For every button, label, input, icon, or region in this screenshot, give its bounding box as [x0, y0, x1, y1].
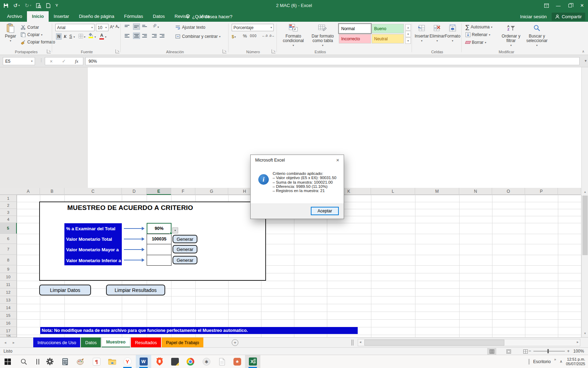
sheet-tab-resultados[interactable]: Resultados	[131, 338, 161, 348]
clipboard-dialog-launcher[interactable]: ↘	[47, 49, 51, 53]
formula-input[interactable]: 90%	[85, 57, 580, 65]
column-header-B[interactable]: B	[40, 188, 64, 195]
taskbar-app-chrome[interactable]	[183, 355, 198, 368]
taskbar-app-sticky-notes[interactable]	[167, 355, 183, 368]
taskbar-app-yandex-browser[interactable]: Y	[120, 355, 135, 368]
row-header-6[interactable]: 6	[0, 234, 17, 244]
italic-button[interactable]: K	[63, 33, 68, 40]
row-header-12[interactable]: 12	[0, 288, 17, 296]
cell-style-bueno[interactable]: Bueno	[372, 24, 404, 33]
sort-filter-button[interactable]: AZ Ordenar y filtrar ▾	[499, 22, 523, 48]
taskbar-app-word[interactable]: W	[136, 355, 151, 368]
ribbon-tab-dise-o-de-p-gina[interactable]: Diseño de página	[74, 11, 119, 22]
row-header-11[interactable]: 11	[0, 281, 17, 288]
tell-me-box[interactable]: ¿Qué desea hacer?	[186, 11, 232, 22]
cell-style-normal[interactable]: Normal	[339, 24, 371, 33]
clear-button[interactable]: Borrar ▾	[465, 39, 486, 46]
underline-button[interactable]: S	[68, 33, 73, 40]
close-button[interactable]: ×	[576, 0, 588, 11]
format-cells-button[interactable]: Formato ▾	[445, 22, 460, 43]
scroll-down-icon[interactable]: ▾	[582, 330, 588, 336]
bold-button[interactable]: N	[56, 33, 62, 40]
font-color-dropdown[interactable]: ▾	[105, 35, 106, 39]
ribbon-tab-f-rmulas[interactable]: Fórmulas	[119, 11, 148, 22]
gallery-up-arrow[interactable]: ▴	[405, 24, 411, 30]
desktop-toolbar-label[interactable]: Escritorio	[533, 359, 551, 364]
zoom-out-icon[interactable]: −	[528, 348, 531, 354]
align-right-button[interactable]	[142, 33, 147, 38]
accounting-format-button[interactable]: $▾	[232, 33, 236, 40]
row-header-3[interactable]: 3	[0, 209, 17, 216]
grow-font-button[interactable]: A▴	[110, 25, 114, 29]
alignment-dialog-launcher[interactable]: ↘	[223, 49, 226, 53]
generate-button-2[interactable]: Generar	[173, 235, 197, 243]
clock[interactable]: 12:51 p.m. 05/07/2025	[566, 357, 585, 366]
align-bottom-button[interactable]	[142, 24, 147, 28]
horizontal-scroll-thumb[interactable]	[364, 340, 504, 346]
percent-style-button[interactable]: %	[243, 33, 247, 39]
zoom-slider-thumb[interactable]	[547, 349, 549, 353]
cut-button[interactable]: Cortar	[20, 24, 39, 31]
column-header-N[interactable]: N	[459, 188, 492, 195]
row-header-10[interactable]: 10	[0, 273, 17, 281]
font-dialog-launcher[interactable]: ↘	[115, 49, 119, 53]
paste-button[interactable]: Pegar ▾	[3, 22, 18, 43]
row-header-7[interactable]: 7	[0, 244, 17, 255]
column-header-E[interactable]: E	[147, 188, 171, 195]
formula-bar-expand-icon[interactable]: ▾	[584, 59, 587, 63]
horizontal-scrollbar[interactable]: ◂ ▸	[358, 339, 580, 346]
autosum-button[interactable]: ∑ Autosuma ▾	[465, 23, 492, 30]
font-color-button[interactable]: A	[99, 33, 104, 40]
cell-style-neutral[interactable]: Neutral	[372, 34, 404, 43]
format-as-table-button[interactable]: Dar formato como tabla ▾	[309, 22, 337, 48]
fill-color-dropdown[interactable]: ▾	[94, 35, 96, 39]
row-header-2[interactable]: 2	[0, 202, 17, 209]
share-button[interactable]: Compartir	[552, 13, 585, 21]
align-left-button[interactable]	[125, 33, 130, 38]
delete-cells-button[interactable]: Eliminar ▾	[430, 22, 444, 43]
confirm-entry-icon[interactable]: ✓	[62, 59, 66, 64]
name-box-splitter[interactable]: ⋮	[39, 58, 43, 63]
fill-color-button[interactable]	[88, 33, 93, 38]
zoom-in-icon[interactable]: +	[567, 348, 570, 354]
hscroll-right-icon[interactable]: ▸	[577, 340, 579, 344]
row-header-9[interactable]: 9	[0, 265, 17, 273]
font-family-select[interactable]: Arial▾	[55, 24, 94, 31]
collapse-ribbon-button[interactable]: ∧	[582, 49, 584, 53]
sheet-tab-muestreo[interactable]: Muestreo	[102, 338, 130, 348]
column-header-P[interactable]: P	[525, 188, 558, 195]
new-sheet-button[interactable]: +	[232, 339, 238, 346]
ribbon-tab-archivo[interactable]: Archivo	[2, 11, 27, 22]
normal-view-button[interactable]	[487, 348, 496, 355]
sheet-tab-papel-de-trabajo[interactable]: Papel de Trabajo	[162, 338, 203, 348]
taskbar-app-chatgpt[interactable]: ∗	[199, 355, 214, 368]
align-center-button[interactable]	[133, 33, 140, 39]
copy-button[interactable]: Copiar ▾	[20, 31, 42, 38]
column-header-A[interactable]: A	[17, 188, 40, 195]
ribbon-display-options-button[interactable]	[540, 0, 552, 11]
align-middle-button[interactable]	[133, 23, 140, 30]
clear-button-2[interactable]: Limpiar Resultados	[106, 285, 165, 295]
decrease-decimal-button[interactable]: .0→	[269, 34, 275, 38]
column-header-L[interactable]: L	[371, 188, 415, 195]
row-header-5[interactable]: 5	[0, 223, 17, 234]
hidden-icons-chevron[interactable]: ∧	[560, 359, 562, 364]
row-header-14[interactable]: 14	[0, 304, 17, 312]
taskbar-app-excel[interactable]: X	[245, 355, 260, 368]
row-header-15[interactable]: 15	[0, 312, 17, 319]
orientation-button[interactable]: ab	[152, 23, 158, 28]
increase-decimal-button[interactable]: ←.0	[262, 34, 268, 38]
row-header-17[interactable]: 17	[0, 327, 17, 335]
accept-button[interactable]: Aceptar	[311, 207, 339, 215]
orientation-dropdown[interactable]: ▾	[158, 26, 159, 29]
gallery-down-arrow[interactable]: ▾	[405, 31, 411, 37]
merge-center-button[interactable]: Combinar y centrar ▾	[175, 33, 220, 40]
row-header-16[interactable]: 16	[0, 319, 17, 327]
conditional-formatting-button[interactable]: ≠ Formato condicional ▾	[279, 22, 307, 48]
form-input-cell-3[interactable]	[147, 244, 172, 255]
vertical-scroll-thumb[interactable]	[582, 196, 588, 255]
column-header-F[interactable]: F	[171, 188, 195, 195]
column-header-C[interactable]: C	[64, 188, 122, 195]
format-painter-button[interactable]: Copiar formato	[20, 39, 55, 46]
selection-fill-handle[interactable]	[170, 232, 172, 234]
